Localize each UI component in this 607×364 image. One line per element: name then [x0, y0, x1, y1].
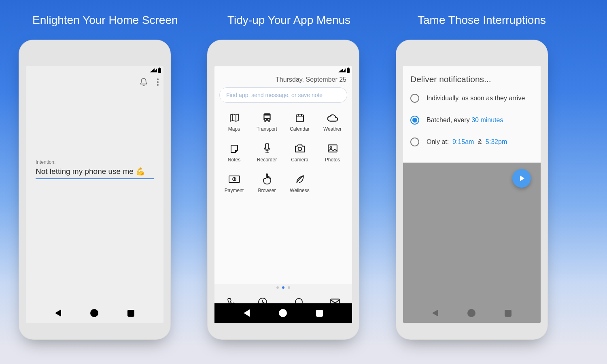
tile-browser[interactable]: Browser [250, 173, 283, 193]
note-icon [228, 142, 240, 154]
radio-selected-icon [410, 116, 419, 125]
tile-label: Maps [228, 126, 240, 132]
option-onlyat[interactable]: Only at: 9:15am & 5:32pm [410, 138, 533, 146]
search-input[interactable]: Find app, send message, or save note [219, 87, 347, 103]
nav-back-icon[interactable] [244, 309, 250, 317]
caption-3: Tame Those Interruptions [418, 14, 546, 27]
option-label: Individually, as soon as they arrive [427, 95, 525, 102]
nav-home-icon[interactable] [467, 309, 475, 317]
tile-notes[interactable]: Notes [218, 142, 250, 163]
map-icon [228, 112, 240, 124]
tile-label: Weather [323, 126, 342, 132]
tile-maps[interactable]: Maps [218, 112, 250, 132]
svg-rect-7 [265, 143, 269, 149]
tile-weather[interactable]: Weather [316, 112, 349, 132]
bell-icon[interactable] [139, 78, 148, 87]
nav-home-icon[interactable] [90, 309, 98, 317]
tile-wellness[interactable]: Wellness [283, 173, 316, 193]
nav-recent-icon[interactable] [505, 310, 511, 317]
cloud-icon [327, 112, 339, 124]
radio-icon [410, 94, 419, 103]
mic-icon [261, 142, 273, 154]
tile-label: Photos [325, 157, 340, 163]
option-batched[interactable]: Batched, every 30 minutes [410, 116, 533, 125]
svg-rect-1 [264, 116, 270, 119]
leaf-icon [294, 173, 306, 185]
svg-rect-9 [328, 145, 337, 152]
tile-photos[interactable]: Photos [316, 142, 349, 163]
svg-rect-4 [264, 121, 265, 122]
caption-1: Enlighten Your Home Screen [32, 14, 178, 27]
overflow-menu-icon[interactable] [157, 78, 159, 86]
tile-label: Transport [257, 126, 277, 132]
svg-rect-5 [268, 121, 270, 122]
date-label: Thursday, September 25 [214, 74, 352, 87]
option-individual[interactable]: Individually, as soon as they arrive [410, 94, 533, 103]
tile-label: Calendar [290, 126, 310, 132]
tile-label: Browser [258, 188, 276, 193]
tile-recorder[interactable]: Recorder [250, 142, 283, 163]
phone-mock-menu: Thursday, September 25 Find app, send me… [207, 40, 359, 340]
status-bar [26, 66, 163, 74]
tile-label: Payment [225, 188, 244, 193]
nav-recent-icon[interactable] [316, 310, 323, 317]
nav-back-icon[interactable] [432, 309, 438, 317]
android-nav [403, 303, 541, 323]
android-nav [26, 303, 163, 323]
app-grid: Maps Transport Calendar Weather Notes [214, 108, 352, 284]
svg-point-8 [298, 147, 301, 151]
intention-label: Intention: [36, 159, 154, 165]
nav-back-icon[interactable] [55, 309, 61, 317]
tile-payment[interactable]: Payment [218, 173, 250, 193]
intention-input[interactable]: Not letting my phone use me 💪 [36, 167, 154, 179]
tile-label: Notes [228, 157, 240, 163]
bus-icon [261, 112, 273, 124]
camera-icon [294, 142, 306, 154]
play-fab[interactable] [512, 169, 531, 188]
radio-icon [410, 138, 419, 146]
image-icon [327, 142, 339, 154]
tile-label: Recorder [257, 157, 277, 163]
android-nav [214, 303, 352, 323]
tile-calendar[interactable]: Calendar [283, 112, 316, 132]
panel-title: Deliver notifications... [410, 74, 533, 84]
svg-point-3 [268, 119, 269, 120]
status-bar [214, 66, 352, 74]
tile-camera[interactable]: Camera [283, 142, 316, 163]
phone-mock-home: Intention: Not letting my phone use me 💪 [19, 40, 171, 340]
caption-2: Tidy-up Your App Menus [227, 14, 350, 27]
calendar-icon [294, 112, 306, 124]
nav-home-icon[interactable] [279, 309, 287, 317]
svg-rect-6 [296, 115, 304, 122]
tile-transport[interactable]: Transport [250, 112, 283, 132]
page-indicator [214, 284, 352, 291]
phone-mock-notifications: Deliver notifications... Individually, a… [396, 40, 548, 340]
time-1[interactable]: 9:15am [452, 138, 474, 145]
batched-interval[interactable]: 30 minutes [471, 116, 503, 123]
time-2[interactable]: 5:32pm [486, 138, 507, 145]
money-icon [228, 173, 240, 185]
svg-point-10 [330, 147, 331, 148]
nav-recent-icon[interactable] [127, 310, 134, 317]
option-label: Batched, every 30 minutes [427, 116, 503, 124]
option-label: Only at: 9:15am & 5:32pm [427, 138, 507, 146]
svg-point-2 [265, 119, 266, 120]
tile-label: Wellness [290, 188, 309, 193]
tile-label: Camera [291, 157, 308, 163]
pointer-icon [261, 173, 273, 185]
